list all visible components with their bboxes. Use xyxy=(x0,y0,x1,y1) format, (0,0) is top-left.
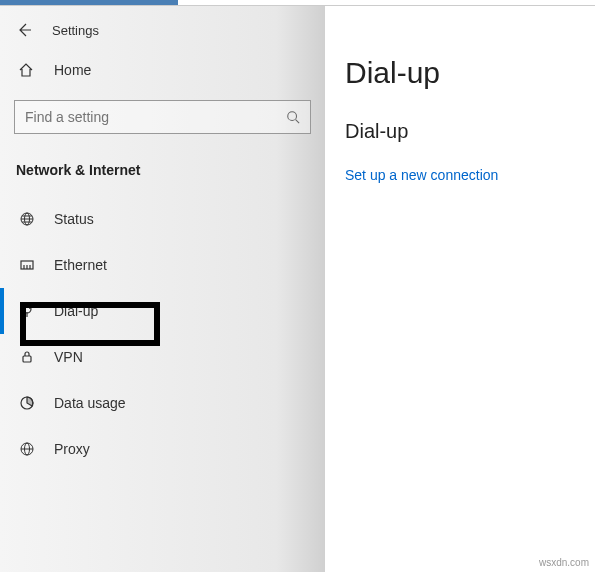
sidebar-item-label: VPN xyxy=(54,349,83,365)
sidebar-item-vpn[interactable]: VPN xyxy=(0,334,325,380)
ethernet-icon xyxy=(18,257,36,273)
sidebar-item-proxy[interactable]: Proxy xyxy=(0,426,325,472)
home-icon xyxy=(18,62,36,78)
page-title: Dial-up xyxy=(345,56,595,90)
search-box[interactable] xyxy=(14,100,311,134)
sidebar-item-label: Proxy xyxy=(54,441,90,457)
main-container: Settings Home Network & Internet Status xyxy=(0,6,595,572)
sidebar-item-label: Ethernet xyxy=(54,257,107,273)
sidebar: Settings Home Network & Internet Status xyxy=(0,6,325,572)
setup-connection-link[interactable]: Set up a new connection xyxy=(345,167,595,183)
content-pane: Dial-up Dial-up Set up a new connection xyxy=(325,6,595,572)
arrow-left-icon xyxy=(16,22,32,38)
app-title: Settings xyxy=(52,23,99,38)
back-button[interactable] xyxy=(16,22,32,38)
search-input[interactable] xyxy=(25,109,286,125)
section-header: Network & Internet xyxy=(0,154,325,196)
vpn-icon xyxy=(18,349,36,365)
sidebar-item-dialup[interactable]: Dial-up xyxy=(0,288,325,334)
sub-heading: Dial-up xyxy=(345,120,595,143)
sidebar-item-label: Dial-up xyxy=(54,303,98,319)
sidebar-item-datausage[interactable]: Data usage xyxy=(0,380,325,426)
home-label: Home xyxy=(54,62,91,78)
sidebar-item-label: Status xyxy=(54,211,94,227)
home-button[interactable]: Home xyxy=(0,52,325,88)
sidebar-item-ethernet[interactable]: Ethernet xyxy=(0,242,325,288)
datausage-icon xyxy=(18,395,36,411)
search-icon xyxy=(286,110,300,124)
sidebar-item-status[interactable]: Status xyxy=(0,196,325,242)
dialup-icon xyxy=(18,303,36,319)
svg-rect-5 xyxy=(23,356,31,362)
sidebar-item-label: Data usage xyxy=(54,395,126,411)
watermark: wsxdn.com xyxy=(539,557,589,568)
svg-point-0 xyxy=(288,112,297,121)
header-row: Settings xyxy=(0,16,325,52)
proxy-icon xyxy=(18,441,36,457)
globe-icon xyxy=(18,211,36,227)
